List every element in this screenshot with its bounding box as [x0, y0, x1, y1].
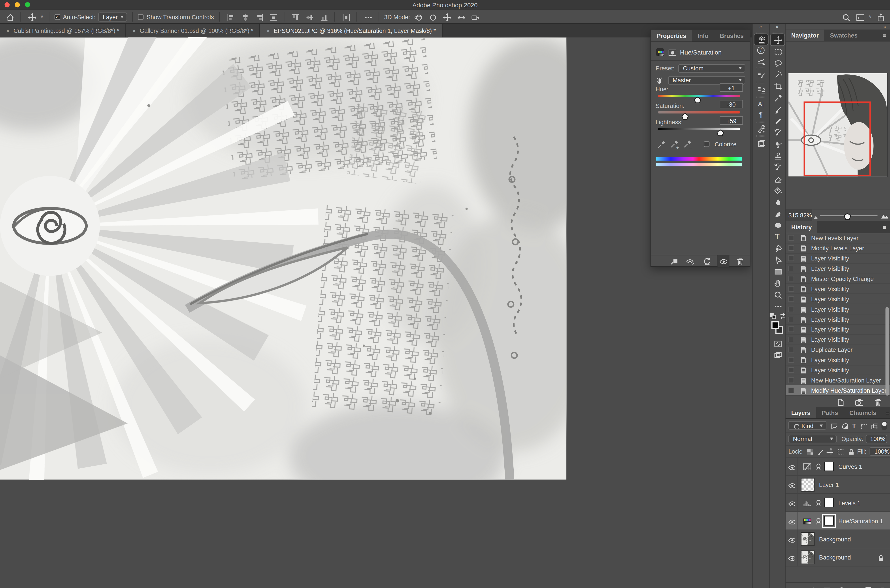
tool-lasso[interactable]: [771, 57, 784, 69]
3d-camera-button[interactable]: [470, 11, 481, 22]
layer-visibility-toggle[interactable]: [786, 458, 797, 475]
tab-channels[interactable]: Channels: [843, 407, 882, 418]
lock-all-icon[interactable]: [847, 448, 854, 454]
tool-sponge[interactable]: [771, 219, 784, 231]
history-row[interactable]: Duplicate Layer: [786, 345, 890, 355]
layer-row-levels[interactable]: Levels 1: [786, 494, 890, 512]
clip-to-layer-button[interactable]: [668, 255, 680, 266]
tool-pen[interactable]: [771, 242, 784, 254]
close-tab-icon[interactable]: ×: [266, 28, 270, 34]
subtract-from-sample-eyedropper[interactable]: –: [683, 140, 691, 149]
tool-eraser[interactable]: [771, 173, 784, 184]
panel-menu-icon[interactable]: ≡: [883, 32, 886, 38]
lightness-slider-thumb[interactable]: [716, 129, 724, 136]
history-row[interactable]: New Levels Layer: [786, 233, 890, 243]
colorize-checkbox[interactable]: [704, 141, 710, 147]
dock-item-brushes[interactable]: [754, 56, 768, 66]
zoom-percentage-field[interactable]: 315.82%: [786, 210, 812, 221]
zoom-window-button[interactable]: [25, 2, 30, 7]
targeted-adjustment-icon[interactable]: [656, 76, 663, 84]
add-to-sample-eyedropper[interactable]: +: [670, 140, 678, 149]
tool-hand[interactable]: [771, 277, 784, 288]
history-source-checkbox[interactable]: [788, 306, 794, 312]
layer-row-layer1[interactable]: Layer 1: [786, 476, 890, 494]
layer-filter-dropdown[interactable]: Kind: [788, 421, 827, 430]
align-top-button[interactable]: [290, 11, 301, 22]
history-source-checkbox[interactable]: [788, 276, 794, 282]
align-right-button[interactable]: [253, 11, 264, 22]
tool-rectangular-marquee[interactable]: [771, 46, 784, 57]
lock-image-pixels-icon[interactable]: [816, 448, 823, 454]
search-button[interactable]: [840, 11, 851, 22]
tool-crop[interactable]: [771, 80, 784, 92]
filter-type-layers-icon[interactable]: T: [852, 422, 856, 429]
close-tab-icon[interactable]: ×: [6, 28, 9, 34]
tab-properties[interactable]: Properties: [651, 30, 692, 41]
3d-slide-button[interactable]: [455, 11, 467, 22]
tab-info[interactable]: Info: [692, 30, 714, 41]
3d-roll-button[interactable]: [427, 11, 438, 22]
layer-visibility-toggle[interactable]: [786, 494, 797, 512]
tab-layers[interactable]: Layers: [786, 407, 816, 418]
home-button[interactable]: [4, 11, 15, 22]
tool-history-brush[interactable]: [771, 161, 784, 173]
layer-thumbnail[interactable]: [801, 478, 815, 491]
history-source-checkbox[interactable]: [788, 296, 794, 302]
history-source-checkbox[interactable]: [788, 377, 794, 383]
dock-item-paragraph[interactable]: ¶: [754, 109, 768, 120]
panel-menu-icon[interactable]: ≡: [886, 410, 889, 416]
preset-dropdown[interactable]: Custom: [678, 64, 746, 72]
history-row[interactable]: Layer Visibility: [786, 315, 890, 325]
history-source-checkbox[interactable]: [788, 235, 794, 241]
canvas-artwork[interactable]: [0, 38, 566, 480]
delete-adjustment-button[interactable]: [734, 255, 745, 266]
tab-swatches[interactable]: Swatches: [824, 30, 863, 41]
layer-row-background-copy[interactable]: Background: [786, 530, 890, 548]
channel-dropdown[interactable]: Master: [668, 76, 746, 84]
eyedropper-icon[interactable]: [657, 140, 665, 148]
collapse-toolbar-icon[interactable]: «: [770, 24, 785, 31]
delete-layer-icon[interactable]: [878, 586, 885, 588]
history-source-checkbox[interactable]: [788, 337, 794, 342]
history-source-checkbox[interactable]: [788, 367, 794, 373]
tab-paths[interactable]: Paths: [816, 407, 843, 418]
tool-rectangle[interactable]: [771, 266, 784, 277]
document-tab-epson021[interactable]: × EPSON021.JPG @ 316% (Hue/Saturation 1,…: [260, 24, 443, 38]
history-source-checkbox[interactable]: [788, 316, 794, 322]
workspace-chevron-icon[interactable]: ∨: [869, 14, 872, 19]
dock-item-customize-tools[interactable]: [754, 123, 768, 134]
layer-visibility-toggle[interactable]: [786, 476, 797, 493]
history-scrollbar[interactable]: [885, 307, 888, 396]
align-center-h-button[interactable]: [239, 11, 250, 22]
history-row[interactable]: New Hue/Saturation Layer: [786, 375, 890, 386]
zoom-in-mountain-icon[interactable]: [880, 212, 888, 220]
screen-mode-button[interactable]: [771, 349, 784, 360]
history-source-checkbox[interactable]: [788, 357, 794, 363]
dock-item-character[interactable]: A|: [754, 98, 768, 109]
tool-clone-stamp[interactable]: [771, 150, 784, 161]
distribute-v-button[interactable]: [340, 11, 351, 22]
auto-select-target-dropdown[interactable]: Layer: [98, 12, 128, 21]
hue-value-field[interactable]: +1: [720, 83, 743, 92]
filter-smart-objects-icon[interactable]: [871, 422, 878, 429]
navigator-thumbnail[interactable]: [788, 73, 887, 177]
history-row[interactable]: Layer Visibility: [786, 365, 890, 375]
filter-adjustment-layers-icon[interactable]: [842, 422, 848, 429]
foreground-color-swatch[interactable]: [771, 321, 779, 329]
saturation-slider-track[interactable]: [658, 111, 740, 114]
hue-slider-track[interactable]: [658, 95, 740, 97]
align-options-button[interactable]: [362, 11, 373, 22]
new-document-from-state-button[interactable]: [834, 396, 846, 407]
history-row[interactable]: Layer Visibility: [786, 325, 890, 335]
distribute-h-button[interactable]: [267, 11, 279, 22]
tool-move[interactable]: [771, 34, 784, 45]
tool-pencil[interactable]: [771, 115, 784, 126]
lightness-slider-track[interactable]: [658, 128, 740, 130]
tool-eyedropper[interactable]: [771, 92, 784, 103]
layer-mask-thumbnail-selected[interactable]: [824, 516, 834, 525]
layer-visibility-toggle[interactable]: [786, 548, 797, 566]
close-window-button[interactable]: [5, 2, 10, 7]
tool-preset-chevron-icon[interactable]: ∨: [41, 14, 44, 19]
add-layer-mask-icon[interactable]: [823, 586, 830, 588]
auto-select-checkbox[interactable]: ✓: [54, 14, 60, 20]
